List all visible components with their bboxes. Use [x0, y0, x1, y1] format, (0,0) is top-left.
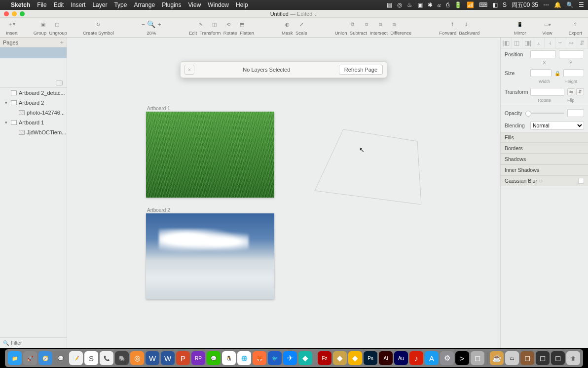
- backward-icon[interactable]: ⤓: [461, 20, 472, 29]
- gaussian-blur-checkbox[interactable]: [578, 178, 584, 184]
- flip-v-button[interactable]: ⇵: [576, 88, 584, 95]
- menu-edit[interactable]: Edit: [54, 1, 64, 8]
- dock-app-photoshop[interactable]: Ps: [364, 351, 377, 365]
- difference-icon[interactable]: ⧆: [389, 20, 400, 29]
- opacity-input[interactable]: [567, 109, 584, 117]
- dock-app-illustrator[interactable]: Ai: [379, 351, 393, 365]
- inner-shadows-section[interactable]: Inner Shadows: [501, 164, 588, 175]
- artboard-label[interactable]: Artboard 1: [147, 106, 170, 111]
- dock-app-app-dark2[interactable]: ◻: [551, 351, 565, 365]
- blending-select[interactable]: Normal: [530, 121, 584, 130]
- dock-app-app-orange[interactable]: ◎: [130, 351, 144, 365]
- artboard-1[interactable]: [146, 112, 274, 198]
- status-icon[interactable]: S: [503, 1, 507, 8]
- dock-app-app-brown[interactable]: ◻: [520, 351, 534, 365]
- menu-window[interactable]: Window: [208, 1, 229, 8]
- add-page-button[interactable]: +: [60, 39, 64, 46]
- status-icon[interactable]: ⎙: [446, 1, 449, 8]
- page-row-selected[interactable]: [0, 47, 67, 58]
- opacity-slider[interactable]: [525, 113, 564, 114]
- battery-icon[interactable]: 🔋: [454, 1, 462, 8]
- dock-app-reminders[interactable]: 📝: [69, 351, 83, 365]
- menu-view[interactable]: View: [188, 1, 201, 8]
- subtract-icon[interactable]: ⧈: [361, 20, 372, 29]
- layer-item[interactable]: JjdWbOCTiem...: [0, 127, 67, 137]
- mask-icon[interactable]: ◐: [282, 20, 293, 29]
- spotlight-icon[interactable]: 🔍: [566, 1, 574, 8]
- align-right-icon[interactable]: ◨|: [522, 38, 533, 48]
- dock-app-evernote[interactable]: 🐘: [115, 351, 129, 365]
- artboard-label[interactable]: Artboard 2: [147, 207, 170, 213]
- dock-app-finder[interactable]: 📁: [8, 351, 22, 365]
- status-icon[interactable]: ▣: [417, 1, 423, 8]
- menu-plugins[interactable]: Plugins: [162, 1, 181, 8]
- menubar-app[interactable]: Sketch: [11, 1, 30, 8]
- intersect-icon[interactable]: ⧇: [375, 20, 386, 29]
- dock-app-app-gold[interactable]: ◆: [333, 351, 347, 365]
- dock-app-slack[interactable]: S: [84, 351, 98, 365]
- dock-app-cup[interactable]: ☕: [490, 351, 504, 365]
- distribute-h-icon[interactable]: ⇿: [566, 38, 577, 48]
- status-icon[interactable]: ♨: [407, 1, 412, 8]
- dock-app-settings[interactable]: ⚙: [440, 351, 454, 365]
- scale-icon[interactable]: ⤢: [296, 20, 307, 29]
- dock-app-appstore[interactable]: A: [425, 351, 439, 365]
- dock-app-safari[interactable]: 🧭: [38, 351, 52, 365]
- path-shape[interactable]: [314, 126, 422, 205]
- dock-app-word[interactable]: W: [146, 351, 159, 365]
- dock-app-thunderbird[interactable]: 🐦: [268, 351, 282, 365]
- refresh-page-button[interactable]: Refresh Page: [339, 65, 383, 75]
- dock-app-app-grey[interactable]: ◻: [471, 351, 484, 365]
- status-icon[interactable]: 𝛼: [438, 1, 441, 8]
- fills-section[interactable]: Fills: [501, 132, 588, 143]
- dock-app-audition[interactable]: Au: [394, 351, 408, 365]
- dock-app-filezilla[interactable]: Fz: [318, 351, 331, 365]
- canvas[interactable]: × No Layers Selected Refresh Page Artboa…: [67, 38, 500, 348]
- status-icon[interactable]: ◎: [397, 1, 402, 8]
- flatten-icon[interactable]: ⬒: [237, 20, 248, 29]
- borders-section[interactable]: Borders: [501, 143, 588, 154]
- dock-app-trash[interactable]: 🗑: [566, 351, 580, 365]
- dock-app-word2[interactable]: W: [161, 351, 175, 365]
- dock-app-wechat[interactable]: 💬: [207, 351, 220, 365]
- align-top-icon[interactable]: ⫠: [533, 38, 544, 48]
- layer-item[interactable]: ▾Artboard 2: [0, 98, 67, 108]
- status-icon[interactable]: ⋯: [543, 1, 549, 8]
- layer-item[interactable]: Artboard 2_detac...: [0, 88, 67, 98]
- lock-icon[interactable]: 🔒: [554, 71, 560, 76]
- dock-app-app-dark[interactable]: ◻: [536, 351, 550, 365]
- toolbar-create-symbol[interactable]: ↻ Create Symbol: [81, 18, 116, 36]
- shadows-section[interactable]: Shadows: [501, 154, 588, 164]
- dock-app-terminal[interactable]: >: [455, 351, 469, 365]
- union-icon[interactable]: ⧉: [347, 20, 358, 29]
- zoom-in-button[interactable]: +: [157, 21, 161, 28]
- layer-item[interactable]: photo-142746...: [0, 108, 67, 118]
- status-icon[interactable]: ✱: [428, 1, 433, 8]
- rotate-icon[interactable]: ⟲: [223, 20, 234, 29]
- group-icon[interactable]: ▣: [38, 20, 49, 29]
- position-x-input[interactable]: [530, 50, 556, 58]
- forward-icon[interactable]: ⤒: [447, 20, 458, 29]
- toolbar-export[interactable]: ⇧ Export: [567, 18, 584, 36]
- dock-app-qq[interactable]: 🐧: [222, 351, 236, 365]
- artboards-overview-icon[interactable]: [56, 81, 63, 85]
- menu-layer[interactable]: Layer: [92, 1, 107, 8]
- toolbar-view[interactable]: ▭▾ View: [540, 18, 555, 36]
- dock-app-messages[interactable]: 💬: [54, 351, 68, 365]
- dock-app-axure[interactable]: RP: [191, 351, 205, 365]
- menu-file[interactable]: File: [37, 1, 46, 8]
- dock-app-chrome[interactable]: 🌐: [237, 351, 251, 365]
- menubar-clock[interactable]: 周五00 35: [512, 1, 538, 9]
- menu-type[interactable]: Type: [114, 1, 127, 8]
- dock-app-ringcentral[interactable]: 📞: [100, 351, 113, 365]
- dock-app-app-blue[interactable]: ✈: [283, 351, 297, 365]
- dock-app-launchpad[interactable]: 🚀: [23, 351, 37, 365]
- transform-icon[interactable]: ◫: [209, 20, 220, 29]
- wifi-icon[interactable]: 📶: [467, 1, 474, 8]
- gaussian-blur-section[interactable]: Gaussian Blur ◇: [501, 175, 588, 186]
- dock-app-netease[interactable]: ♪: [409, 351, 423, 365]
- ungroup-icon[interactable]: ▢: [52, 20, 63, 29]
- rotate-input[interactable]: [530, 88, 564, 96]
- status-icon[interactable]: ▤: [387, 1, 392, 8]
- align-center-h-icon[interactable]: ◫: [512, 38, 522, 48]
